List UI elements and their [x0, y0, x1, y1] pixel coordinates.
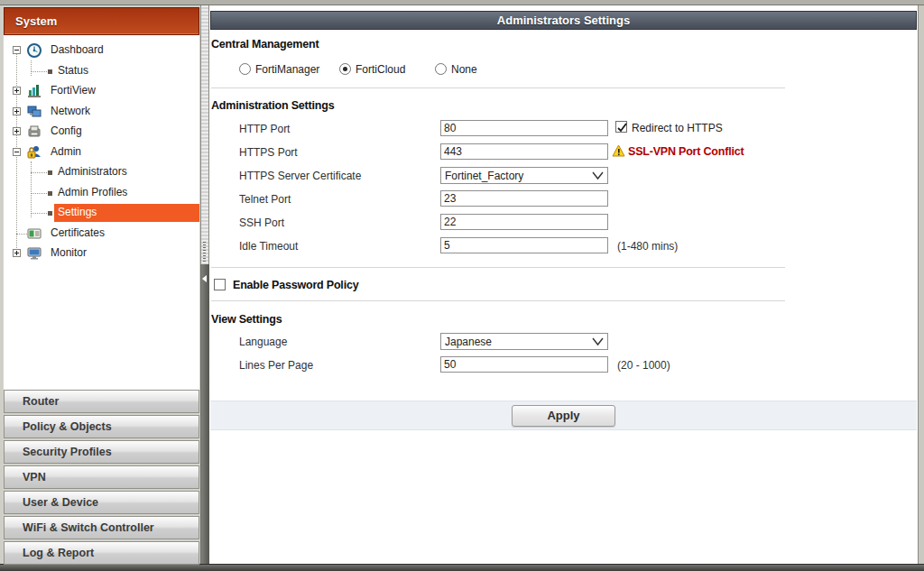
redirect-https-label[interactable]: Redirect to HTTPS	[632, 122, 723, 134]
ssh-port-input[interactable]	[440, 214, 608, 230]
page-title: Administrators Settings	[210, 11, 917, 30]
splitter-grip[interactable]	[203, 242, 206, 262]
navigation-tree: Dashboard Status FortiView	[4, 35, 199, 390]
sidebar-section-policy-objects[interactable]: Policy & Objects	[4, 415, 199, 438]
lines-per-page-hint: (20 - 1000)	[617, 359, 670, 372]
collapse-panel-arrow-icon[interactable]	[202, 275, 207, 282]
expand-plus-icon[interactable]	[13, 249, 21, 257]
password-policy-checkbox[interactable]	[214, 279, 226, 290]
expand-plus-icon[interactable]	[13, 107, 21, 115]
bullet-icon	[48, 69, 52, 74]
dashboard-icon	[27, 43, 42, 58]
sidebar: System Dashboard Status	[3, 5, 200, 564]
panel-splitter[interactable]	[200, 5, 209, 564]
collapse-minus-icon[interactable]	[13, 148, 21, 156]
telnet-port-label: Telnet Port	[239, 193, 291, 206]
warning-triangle-icon	[612, 144, 625, 161]
sidebar-item-admin-profiles[interactable]: Admin Profiles	[4, 183, 199, 204]
sidebar-section-system[interactable]: System	[4, 7, 199, 35]
sidebar-item-label: FortiView	[51, 84, 96, 97]
sidebar-item-fortiview[interactable]: FortiView	[4, 81, 199, 102]
language-select[interactable]: Japanese	[440, 333, 608, 350]
lines-per-page-input[interactable]	[440, 356, 608, 373]
sidebar-section-vpn[interactable]: VPN	[4, 465, 199, 489]
sidebar-item-dashboard[interactable]: Dashboard	[4, 41, 199, 61]
http-port-input[interactable]	[440, 120, 608, 136]
section-heading-administration: Administration Settings	[211, 99, 334, 112]
sidebar-item-admin[interactable]: Admin	[4, 143, 199, 163]
sidebar-item-label: Network	[51, 105, 90, 117]
radio-forticloud[interactable]	[339, 63, 351, 75]
ssh-port-label: SSH Port	[239, 216, 284, 229]
sidebar-sections: Router Policy & Objects Security Profile…	[4, 390, 199, 566]
checkmark-icon	[616, 123, 628, 134]
chevron-down-icon	[592, 337, 604, 346]
language-label: Language	[239, 336, 287, 348]
section-divider	[211, 267, 785, 268]
telnet-port-input[interactable]	[440, 190, 608, 207]
https-port-label: HTTPS Port	[239, 146, 298, 159]
sidebar-section-user-device[interactable]: User & Device	[4, 491, 199, 514]
sidebar-item-label: Admin Profiles	[58, 186, 127, 198]
sidebar-item-administrators[interactable]: Administrators	[4, 162, 199, 183]
password-policy-label[interactable]: Enable Password Policy	[233, 279, 358, 291]
sidebar-section-log-report[interactable]: Log & Report	[4, 541, 199, 565]
bullet-icon	[48, 191, 52, 196]
sidebar-item-status[interactable]: Status	[4, 61, 199, 82]
window-right-edge	[918, 5, 924, 564]
sidebar-section-wifi-switch[interactable]: WiFi & Switch Controller	[4, 516, 199, 539]
radio-label[interactable]: FortiCloud	[356, 63, 405, 76]
sidebar-item-label: Administrators	[58, 165, 127, 178]
bullet-icon	[48, 211, 52, 216]
apply-button-row: Apply	[210, 401, 917, 430]
lines-per-page-label: Lines Per Page	[239, 359, 313, 372]
section-heading-central-management: Central Management	[211, 38, 319, 51]
app-window: System Dashboard Status	[0, 0, 924, 571]
sidebar-item-settings[interactable]: Settings	[4, 203, 199, 224]
sidebar-item-label: Config	[51, 124, 82, 137]
bullet-icon	[48, 170, 52, 175]
sidebar-item-monitor[interactable]: Monitor	[4, 244, 199, 264]
network-icon	[27, 105, 42, 119]
expand-plus-icon[interactable]	[13, 127, 21, 135]
fortiview-icon	[27, 84, 42, 98]
idle-timeout-hint: (1-480 mins)	[617, 240, 678, 253]
http-port-label: HTTP Port	[239, 123, 290, 135]
radio-label[interactable]: FortiManager	[255, 63, 319, 76]
monitor-icon	[27, 246, 42, 261]
certificates-icon	[27, 226, 42, 241]
chevron-down-icon	[592, 171, 604, 180]
https-port-input[interactable]	[440, 143, 608, 160]
sidebar-item-label: Dashboard	[51, 43, 104, 56]
section-divider	[211, 87, 785, 88]
redirect-https-checkbox[interactable]	[615, 121, 627, 133]
https-cert-label: HTTPS Server Certificate	[239, 170, 361, 182]
content-panel: Administrators Settings Central Manageme…	[209, 5, 918, 564]
sidebar-item-label: Admin	[51, 145, 81, 158]
apply-button[interactable]: Apply	[512, 405, 615, 427]
idle-timeout-label: Idle Timeout	[239, 240, 298, 253]
https-cert-select[interactable]: Fortinet_Factory	[440, 167, 608, 184]
sidebar-item-certificates[interactable]: Certificates	[4, 224, 199, 244]
expand-plus-icon[interactable]	[13, 87, 21, 95]
section-divider	[211, 300, 785, 301]
ssl-vpn-conflict-warning: SSL-VPN Port Conflict	[628, 145, 744, 158]
sidebar-item-config[interactable]: Config	[4, 122, 199, 143]
admin-icon	[27, 145, 42, 160]
radio-none[interactable]	[435, 63, 447, 75]
section-heading-view-settings: View Settings	[211, 313, 282, 326]
idle-timeout-input[interactable]	[440, 237, 608, 253]
collapse-minus-icon[interactable]	[13, 46, 21, 54]
sidebar-section-security-profiles[interactable]: Security Profiles	[4, 440, 199, 464]
radio-label[interactable]: None	[451, 63, 477, 76]
radio-fortimanager[interactable]	[239, 63, 251, 75]
sidebar-item-label: Status	[58, 64, 88, 77]
sidebar-section-router[interactable]: Router	[4, 390, 199, 413]
sidebar-item-label: Certificates	[51, 226, 105, 239]
sidebar-item-label: Monitor	[51, 246, 87, 259]
sidebar-item-label: Settings	[58, 206, 97, 218]
config-icon	[27, 124, 42, 139]
sidebar-item-network[interactable]: Network	[4, 102, 199, 123]
